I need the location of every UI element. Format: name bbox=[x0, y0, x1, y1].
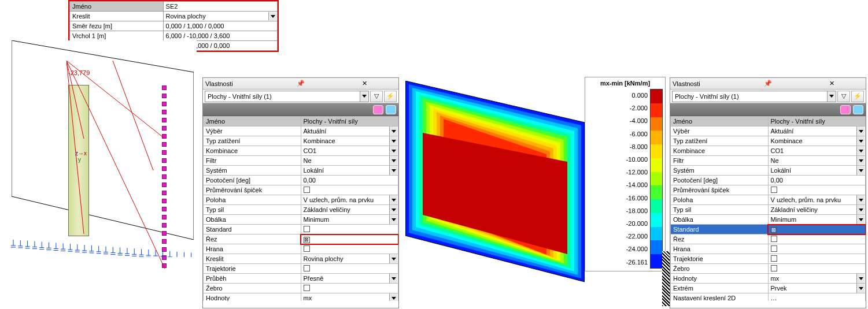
chevron-down-icon[interactable] bbox=[856, 126, 865, 136]
viewport-contour[interactable] bbox=[405, 81, 585, 289]
chevron-down-icon[interactable] bbox=[856, 284, 865, 293]
result-type-combo[interactable]: Plochy - Vnitřní síly (1) bbox=[672, 91, 836, 102]
filter-icon[interactable]: ▽ bbox=[370, 91, 383, 102]
chevron-down-icon[interactable] bbox=[856, 195, 865, 204]
prop-value[interactable]: Rovina plochy bbox=[301, 254, 398, 264]
chevron-down-icon[interactable] bbox=[856, 136, 865, 146]
chevron-down-icon[interactable] bbox=[360, 91, 368, 102]
chevron-down-icon[interactable] bbox=[856, 274, 865, 283]
prop-value[interactable]: V uzlech, prům. na prvku bbox=[768, 195, 866, 205]
prop-value[interactable]: Lokální bbox=[301, 166, 398, 176]
chevron-down-icon[interactable] bbox=[856, 146, 865, 155]
prop-value[interactable]: V uzlech, prům. na prvku bbox=[301, 195, 398, 205]
prop-value[interactable]: Kombinace bbox=[301, 136, 398, 146]
checkbox[interactable] bbox=[304, 245, 310, 252]
prop-value[interactable]: Minimum bbox=[768, 215, 866, 225]
prop-value[interactable] bbox=[301, 284, 398, 293]
chevron-down-icon[interactable] bbox=[856, 205, 865, 214]
prop-value[interactable]: Ne bbox=[768, 156, 866, 166]
chevron-down-icon[interactable] bbox=[389, 274, 397, 283]
prop-value[interactable]: Přesně bbox=[301, 274, 398, 284]
palette-cyan-icon[interactable] bbox=[386, 105, 396, 114]
pin-icon[interactable]: 📌 bbox=[737, 80, 800, 88]
prop-value[interactable]: … bbox=[768, 293, 866, 301]
prop-value[interactable]: SE2 bbox=[163, 2, 277, 12]
chevron-down-icon[interactable] bbox=[389, 205, 397, 214]
chevron-down-icon[interactable] bbox=[856, 156, 865, 165]
refresh-icon[interactable]: ⚡ bbox=[851, 91, 864, 102]
prop-value[interactable] bbox=[301, 185, 398, 195]
chevron-down-icon[interactable] bbox=[827, 91, 835, 102]
prop-value[interactable]: 0,00 bbox=[768, 176, 866, 185]
prop-value[interactable]: 0,000 / 1,000 / 0,000 bbox=[163, 21, 277, 31]
palette-pink-icon[interactable] bbox=[373, 105, 383, 114]
refresh-icon[interactable]: ⚡ bbox=[384, 91, 397, 102]
chevron-down-icon[interactable] bbox=[389, 156, 397, 165]
chevron-down-icon[interactable] bbox=[389, 146, 397, 155]
checkbox[interactable] bbox=[304, 226, 310, 232]
property-grid[interactable]: JménoPlochy - Vnitřní sílyVýběrAktuálníT… bbox=[670, 116, 866, 301]
chevron-down-icon[interactable] bbox=[268, 12, 276, 20]
prop-value[interactable]: mx bbox=[768, 274, 866, 284]
prop-value[interactable] bbox=[768, 234, 866, 244]
checkbox[interactable]: ⊠ bbox=[771, 227, 777, 233]
scale-tick: -10.000 bbox=[588, 153, 648, 166]
prop-value[interactable] bbox=[301, 264, 398, 274]
prop-value[interactable] bbox=[301, 225, 398, 234]
filter-icon[interactable]: ▽ bbox=[837, 91, 850, 102]
chevron-down-icon[interactable] bbox=[389, 293, 397, 301]
chevron-down-icon[interactable] bbox=[389, 166, 397, 175]
palette-pink-icon[interactable] bbox=[840, 105, 851, 114]
chevron-down-icon[interactable] bbox=[389, 136, 397, 146]
chevron-down-icon[interactable] bbox=[389, 195, 397, 204]
checkbox[interactable] bbox=[304, 265, 310, 271]
chevron-down-icon[interactable] bbox=[389, 254, 397, 263]
result-type-combo[interactable]: Plochy - Vnitřní síly (1) bbox=[205, 91, 369, 102]
palette-cyan-icon[interactable] bbox=[853, 105, 863, 114]
scale-tick: -12.000 bbox=[588, 166, 648, 178]
prop-value[interactable] bbox=[768, 264, 866, 274]
prop-value[interactable]: 6,000 / -10,000 / 3,600 bbox=[163, 31, 277, 41]
checkbox[interactable] bbox=[771, 265, 777, 271]
prop-value[interactable]: Aktuální bbox=[768, 126, 866, 136]
panel-title-bar[interactable]: Vlastnosti 📌 ✕ bbox=[203, 78, 398, 90]
prop-value[interactable]: Plochy - Vnitřní síly bbox=[768, 117, 866, 126]
prop-value[interactable]: mx bbox=[301, 293, 398, 301]
prop-value[interactable]: Rovina plochy bbox=[163, 12, 277, 21]
prop-value[interactable]: Aktuální bbox=[301, 126, 398, 136]
prop-value[interactable] bbox=[768, 244, 866, 254]
checkbox[interactable] bbox=[771, 255, 777, 262]
prop-value[interactable]: Minimum bbox=[301, 215, 398, 225]
prop-value[interactable]: Základní veličiny bbox=[301, 205, 398, 215]
checkbox[interactable] bbox=[304, 187, 310, 193]
close-icon[interactable]: ✕ bbox=[333, 80, 396, 88]
chevron-down-icon[interactable] bbox=[856, 215, 865, 224]
checkbox[interactable] bbox=[304, 285, 310, 291]
prop-value[interactable]: Prvek bbox=[768, 284, 866, 293]
viewport-section[interactable]: -23,779 z→x↓y bbox=[0, 40, 197, 271]
prop-value[interactable]: Ne bbox=[301, 156, 398, 166]
pin-icon[interactable]: 📌 bbox=[269, 80, 333, 88]
chevron-down-icon[interactable] bbox=[389, 215, 397, 224]
prop-value[interactable] bbox=[301, 244, 398, 254]
prop-value[interactable] bbox=[768, 254, 866, 264]
prop-value[interactable]: CO1 bbox=[301, 146, 398, 156]
prop-value[interactable]: ⊠ bbox=[301, 234, 398, 244]
prop-value[interactable]: Základní veličiny bbox=[768, 205, 866, 215]
panel-title-bar[interactable]: Vlastnosti 📌 ✕ bbox=[670, 78, 866, 90]
close-icon[interactable]: ✕ bbox=[800, 80, 863, 88]
chevron-down-icon[interactable] bbox=[856, 166, 865, 175]
checkbox[interactable] bbox=[771, 236, 777, 242]
prop-value[interactable]: Lokální bbox=[768, 166, 866, 176]
prop-value[interactable]: ⊠ bbox=[768, 225, 866, 234]
prop-value[interactable] bbox=[768, 185, 866, 195]
checkbox[interactable] bbox=[771, 187, 777, 193]
chevron-down-icon[interactable] bbox=[389, 126, 397, 136]
prop-value[interactable]: Kombinace bbox=[768, 136, 866, 146]
checkbox[interactable]: ⊠ bbox=[304, 237, 310, 243]
prop-value[interactable]: 0,00 bbox=[301, 176, 398, 185]
property-grid[interactable]: JménoPlochy - Vnitřní sílyVýběrAktuálníT… bbox=[203, 116, 398, 301]
checkbox[interactable] bbox=[771, 245, 777, 252]
prop-value[interactable]: CO1 bbox=[768, 146, 866, 156]
prop-value[interactable]: Plochy - Vnitřní síly bbox=[301, 117, 398, 126]
